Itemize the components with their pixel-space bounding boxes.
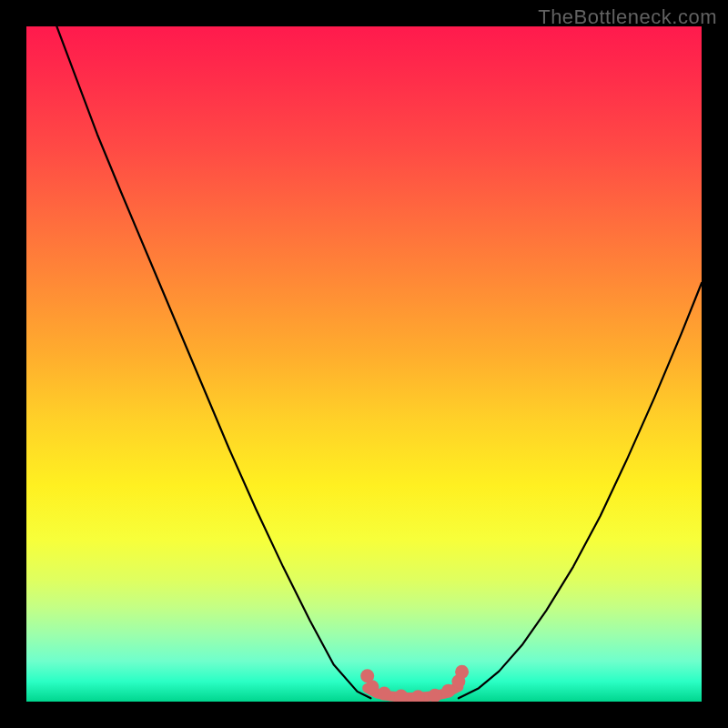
plot-area: [26, 26, 702, 702]
trough-dot: [428, 689, 441, 702]
trough-dots-group: [360, 665, 469, 702]
trough-dot: [441, 684, 455, 698]
trough-dot: [394, 690, 408, 702]
trough-dot: [455, 665, 469, 679]
left-curve-path: [56, 26, 370, 698]
trough-band-path: [368, 687, 459, 698]
trough-dot: [365, 680, 379, 693]
right-curve-path: [459, 283, 702, 698]
trough-dot: [451, 674, 465, 688]
curve-overlay: [26, 26, 702, 702]
trough-dot: [411, 690, 425, 702]
trough-dot: [360, 669, 374, 682]
trough-dot: [378, 687, 391, 701]
chart-stage: TheBottleneck.com: [0, 0, 728, 728]
